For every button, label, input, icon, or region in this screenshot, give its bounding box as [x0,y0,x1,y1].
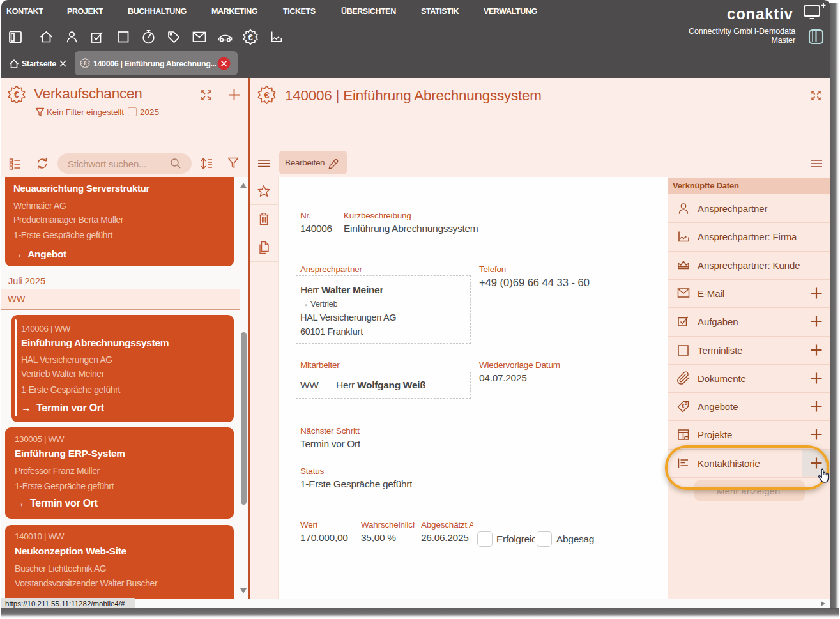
svg-text:€: € [84,60,87,66]
svg-text:€: € [14,89,19,100]
svg-text:€: € [682,403,685,409]
svg-text:€: € [264,90,269,100]
svg-text:€: € [248,33,252,42]
